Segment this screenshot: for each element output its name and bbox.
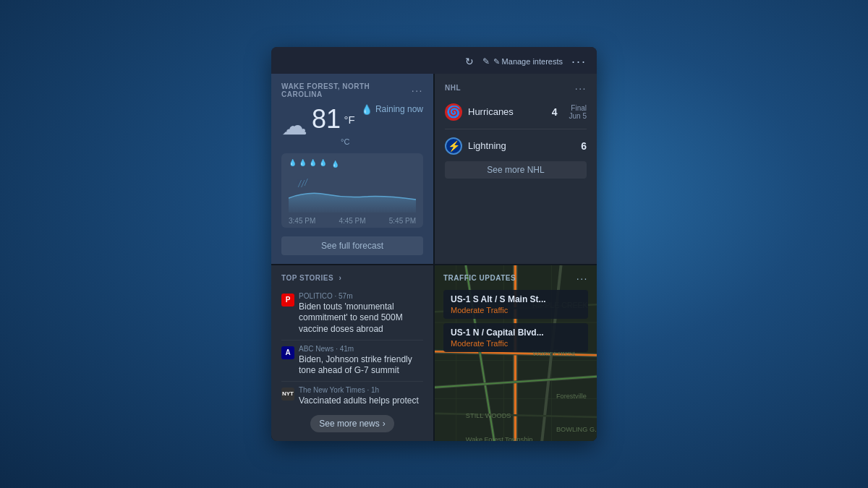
hurricanes-score: 4	[543, 106, 558, 118]
hurricanes-name: Hurricanes	[468, 106, 537, 117]
raindrop-icon: 💧	[361, 104, 373, 115]
news-headline-1: Biden touts 'monumental commitment' to s…	[299, 301, 423, 335]
nhl-tile: NHL ··· 🌀 Hurricanes 4 Final Jun 5 ⚡ Lig…	[435, 74, 597, 264]
traffic-route-1[interactable]: US-1 S Alt / S Main St... Moderate Traff…	[443, 290, 588, 319]
drop4: 💧	[319, 159, 327, 172]
refresh-button[interactable]: ↻	[465, 56, 474, 67]
weather-temp-display: 81 °F °C	[312, 104, 355, 147]
svg-text:BOWLING G...: BOWLING G...	[556, 426, 597, 433]
svg-text:Wake Forest Township: Wake Forest Township	[466, 435, 533, 441]
news-meta-3: The New York Times · 1h	[299, 386, 419, 394]
news-title: TOP STORIES ›	[281, 274, 341, 282]
weather-tile: WAKE FOREST, NORTH CAROLINA ··· ☁ 81 °F …	[271, 74, 433, 264]
traffic-title: TRAFFIC UPDATES	[443, 274, 516, 282]
svg-line-0	[298, 180, 301, 187]
news-headline-3: Vaccinated adults helps protect	[299, 395, 419, 407]
manage-interests-button[interactable]: ✎ ✎ Manage interests	[482, 56, 563, 67]
time-3: 5:45 PM	[389, 217, 416, 225]
chart-times: 3:45 PM 4:45 PM 5:45 PM	[289, 217, 416, 225]
news-meta-1: POLITICO · 57m	[299, 292, 423, 300]
widget-container: ↻ ✎ ✎ Manage interests ··· WAKE FOREST, …	[271, 47, 597, 442]
route-1-name: US-1 S Alt / S Main St...	[451, 294, 581, 304]
weather-tile-header: WAKE FOREST, NORTH CAROLINA ···	[281, 82, 423, 98]
lightning-name: Lightning	[468, 140, 566, 151]
rainfall-chart-svg	[289, 176, 416, 213]
news-content-1: POLITICO · 57m Biden touts 'monumental c…	[299, 292, 423, 335]
nhl-title: NHL	[445, 84, 461, 92]
traffic-tile-header: TRAFFIC UPDATES ···	[443, 273, 588, 284]
news-tile-header: TOP STORIES ›	[281, 274, 423, 282]
traffic-route-2[interactable]: US-1 N / Capital Blvd... Moderate Traffi…	[443, 323, 588, 352]
nyt-icon: NYT	[281, 388, 294, 401]
hurricanes-row: 🌀 Hurricanes 4 Final Jun 5	[445, 100, 587, 124]
lightning-logo: ⚡	[445, 137, 462, 155]
news-tile: TOP STORIES › P POLITICO · 57m Biden tou…	[271, 265, 433, 442]
weather-more-button[interactable]: ···	[412, 85, 423, 96]
cloud-icon: ☁	[281, 111, 307, 141]
nhl-tile-header: NHL ···	[445, 82, 587, 94]
temperature-value: 81	[312, 104, 341, 134]
svg-text:STILL WOODS: STILL WOODS	[466, 411, 511, 419]
lightning-row: ⚡ Lightning 6	[445, 134, 587, 158]
drop1: 💧	[289, 159, 297, 172]
lightning-score: 6	[572, 140, 587, 152]
widget-header: ↻ ✎ ✎ Manage interests ···	[271, 47, 597, 74]
drop2: 💧	[299, 159, 307, 172]
see-more-news-button[interactable]: See more news ›	[310, 415, 393, 432]
header-more-button[interactable]: ···	[571, 54, 587, 69]
tiles-grid: WAKE FOREST, NORTH CAROLINA ··· ☁ 81 °F …	[271, 74, 597, 442]
svg-text:Forestville: Forestville	[556, 393, 587, 400]
politico-icon: P	[281, 294, 294, 307]
weather-location: WAKE FOREST, NORTH CAROLINA	[281, 82, 412, 98]
rain-drops-row: 💧 💧 💧 💧 💧	[289, 159, 416, 172]
svg-line-1	[302, 180, 305, 187]
drop3: 💧	[309, 159, 317, 172]
traffic-tile: RIPPLE CREEK Wake Forest STILL WOODS For…	[435, 265, 597, 442]
weather-condition: 💧 Raining now	[361, 104, 423, 115]
route-2-status: Moderate Traffic	[451, 339, 581, 348]
route-1-status: Moderate Traffic	[451, 306, 581, 314]
route-2-name: US-1 N / Capital Blvd...	[451, 328, 581, 338]
hurricanes-logo: 🌀	[445, 103, 462, 121]
news-content-2: ABC News · 41m Biden, Johnson strike fri…	[299, 345, 423, 377]
see-forecast-button[interactable]: See full forecast	[281, 236, 423, 255]
time-2: 4:45 PM	[339, 217, 365, 225]
traffic-more-button[interactable]: ···	[576, 273, 588, 284]
drop5: 💧	[331, 160, 339, 172]
time-1: 3:45 PM	[289, 217, 315, 225]
news-item-1[interactable]: P POLITICO · 57m Biden touts 'monumental…	[281, 288, 423, 341]
nhl-more-button[interactable]: ···	[575, 82, 587, 94]
game-status: Final Jun 5	[569, 104, 587, 120]
svg-line-2	[305, 179, 307, 186]
temp-unit-c: °C	[312, 137, 349, 146]
news-content-3: The New York Times · 1h Vaccinated adult…	[299, 386, 419, 407]
traffic-overlay: TRAFFIC UPDATES ··· US-1 S Alt / S Main …	[435, 265, 597, 364]
nhl-divider	[445, 129, 587, 129]
temp-unit-f: °F	[344, 113, 355, 125]
abc-icon: A	[281, 346, 294, 359]
pencil-icon: ✎	[482, 56, 490, 67]
news-item-2[interactable]: A ABC News · 41m Biden, Johnson strike f…	[281, 341, 423, 382]
news-item-3[interactable]: NYT The New York Times · 1h Vaccinated a…	[281, 382, 423, 411]
rain-chart: 💧 💧 💧 💧 💧	[281, 153, 423, 228]
see-more-nhl-button[interactable]: See more NHL	[445, 161, 587, 179]
news-meta-2: ABC News · 41m	[299, 345, 423, 353]
refresh-icon: ↻	[465, 56, 474, 67]
news-headline-2: Biden, Johnson strike friendly tone ahea…	[299, 354, 423, 377]
